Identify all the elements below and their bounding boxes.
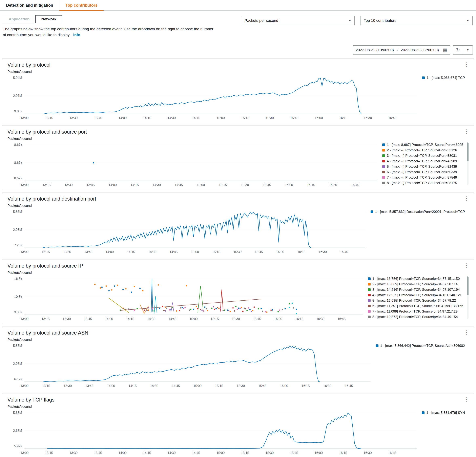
chart-legend: 1 - [max: 8,667] Protocol=TCP, SourcePor… bbox=[378, 141, 468, 186]
legend-item[interactable]: 1 - [max: 5,936,674] TCP bbox=[422, 75, 465, 81]
svg-text:13:30: 13:30 bbox=[64, 183, 73, 187]
svg-text:5.94M: 5.94M bbox=[13, 76, 22, 80]
chart-row: 5.94M2.97M9.00k13:0013:1513:3013:4514:00… bbox=[8, 74, 468, 121]
contributor-count-select[interactable]: Top 10 contributors ▼ bbox=[360, 16, 473, 25]
chart-plot-area[interactable]: 5.86M2.93M7.25k13:0013:1513:3013:4514:00… bbox=[8, 208, 366, 255]
chart-row: 8.67k8.67k8.67k13:0013:1513:3013:4514:00… bbox=[8, 141, 468, 188]
svg-text:15:30: 15:30 bbox=[233, 250, 242, 254]
legend-label: 1 - [max: 5,866,442] Protocol=TCP, Sourc… bbox=[380, 343, 465, 349]
svg-text:14:15: 14:15 bbox=[131, 183, 139, 187]
legend-swatch-icon bbox=[368, 283, 371, 285]
legend-label: 1 - [max: 5,331,679] SYN bbox=[426, 410, 465, 415]
legend-swatch-icon bbox=[382, 154, 385, 157]
legend-scrollbar[interactable] bbox=[467, 142, 468, 185]
chart-legend: 1 - [max: 5,866,442] Protocol=TCP, Sourc… bbox=[372, 342, 468, 349]
network-toggle-button[interactable]: Network bbox=[35, 15, 62, 23]
kebab-menu-button[interactable]: ⋮ bbox=[462, 195, 471, 202]
legend-swatch-icon bbox=[422, 76, 425, 79]
chart-plot-area[interactable]: 5.94M2.97M9.00k13:0013:1513:3013:4514:00… bbox=[8, 74, 418, 121]
legend-label: 2 - [max: --] Protocol=TCP, SourcePort=5… bbox=[387, 148, 457, 153]
svg-text:15:00: 15:00 bbox=[217, 116, 225, 120]
chart-plot-area[interactable]: 5.33M2.67M5.92k13:0013:1513:3013:4514:00… bbox=[8, 409, 418, 456]
kebab-menu-button[interactable]: ⋮ bbox=[462, 128, 471, 135]
refresh-options-button[interactable]: ▼ bbox=[463, 46, 473, 54]
tab-detection-and-mitigation[interactable]: Detection and mitigation bbox=[0, 0, 59, 11]
kebab-menu-button[interactable]: ⋮ bbox=[462, 396, 471, 403]
svg-text:2.97M: 2.97M bbox=[13, 94, 22, 98]
chart-legend: 1 - [max: 16,756] Protocol=TCP, SourceIp… bbox=[364, 275, 468, 320]
svg-text:13:15: 13:15 bbox=[45, 451, 53, 455]
chart-row: 5.87M2.97M67.2k13:0013:1513:3013:4514:00… bbox=[8, 342, 468, 389]
legend-item[interactable]: 1 - [max: 16,756] Protocol=TCP, SourceIp… bbox=[368, 276, 463, 282]
kebab-icon: ⋮ bbox=[464, 61, 469, 67]
y-axis-label: Packets/second bbox=[8, 338, 468, 342]
tab-top-contributors[interactable]: Top contributors bbox=[59, 0, 104, 11]
legend-item[interactable]: 7 - [max: 11,099] Protocol=TCP, SourceIp… bbox=[368, 309, 463, 314]
legend-item[interactable]: 1 - [max: 5,857,832] DestinationPort=200… bbox=[371, 209, 465, 215]
date-range-picker[interactable]: 2022-08-22 (13:00:00) › 2022-08-22 (17:0… bbox=[353, 45, 450, 55]
kebab-menu-button[interactable]: ⋮ bbox=[462, 329, 471, 336]
chart-plot-area[interactable]: 8.67k8.67k8.67k13:0013:1513:3013:4514:00… bbox=[8, 141, 378, 188]
svg-text:13:15: 13:15 bbox=[42, 250, 50, 254]
legend-item[interactable]: 1 - [max: 5,331,679] SYN bbox=[422, 410, 465, 415]
svg-text:14:15: 14:15 bbox=[143, 116, 151, 120]
info-link[interactable]: Info bbox=[73, 33, 80, 37]
legend-swatch-icon bbox=[368, 294, 371, 296]
legend-item[interactable]: 3 - [max: --] Protocol=TCP, SourcePort=5… bbox=[382, 153, 463, 158]
chevron-down-icon: ▼ bbox=[467, 19, 469, 22]
legend-label: 8 - [max: 10,872] Protocol=TCP, SourceIp… bbox=[372, 314, 458, 320]
refresh-button[interactable]: ↻ bbox=[453, 46, 463, 54]
legend-label: 1 - [max: 5,857,832] DestinationPort=200… bbox=[375, 209, 465, 215]
svg-text:67.2k: 67.2k bbox=[14, 377, 22, 381]
legend-scrollbar-thumb[interactable] bbox=[467, 276, 468, 296]
svg-text:16:30: 16:30 bbox=[364, 116, 372, 120]
chart-title: Volume by protocol and source port bbox=[8, 129, 468, 135]
svg-text:14:15: 14:15 bbox=[126, 317, 134, 321]
legend-item[interactable]: 1 - [max: 5,866,442] Protocol=TCP, Sourc… bbox=[376, 343, 465, 349]
y-axis-label: Packets/second bbox=[8, 204, 468, 208]
legend-item[interactable]: 2 - [max: --] Protocol=TCP, SourcePort=5… bbox=[382, 148, 463, 153]
legend-item[interactable]: 6 - [max: --] Protocol=TCP, SourcePort=6… bbox=[382, 169, 463, 175]
svg-text:14:00: 14:00 bbox=[106, 250, 114, 254]
kebab-menu-button[interactable]: ⋮ bbox=[462, 61, 471, 68]
legend-item[interactable]: 8 - [max: 10,872] Protocol=TCP, SourceIp… bbox=[368, 314, 463, 320]
legend-label: 1 - [max: 16,756] Protocol=TCP, SourceIp… bbox=[372, 276, 460, 282]
svg-text:7.25k: 7.25k bbox=[14, 243, 22, 247]
legend-item[interactable]: 2 - [max: 15,069] Protocol=TCP, SourceIp… bbox=[368, 282, 463, 287]
svg-text:13:45: 13:45 bbox=[87, 183, 95, 187]
view-toggle: Application Network bbox=[3, 15, 62, 23]
kebab-menu-button[interactable]: ⋮ bbox=[462, 262, 471, 269]
svg-text:16:00: 16:00 bbox=[315, 116, 323, 120]
legend-item[interactable]: 5 - [max: 12,635] Protocol=TCP, SourceIp… bbox=[368, 298, 463, 303]
svg-text:15:15: 15:15 bbox=[212, 250, 220, 254]
svg-text:14:45: 14:45 bbox=[192, 451, 200, 455]
svg-text:15:30: 15:30 bbox=[237, 384, 245, 388]
controls-section: Application Network The graphs below sho… bbox=[0, 11, 476, 42]
svg-text:14:30: 14:30 bbox=[147, 317, 155, 321]
legend-item[interactable]: 1 - [max: 8,667] Protocol=TCP, SourcePor… bbox=[382, 142, 463, 148]
metric-select[interactable]: Packets per second ▼ bbox=[241, 16, 355, 25]
legend-item[interactable]: 5 - [max: --] Protocol=TCP, SourcePort=5… bbox=[382, 164, 463, 169]
legend-scrollbar-thumb[interactable] bbox=[467, 142, 468, 162]
legend-item[interactable]: 4 - [max: --] Protocol=TCP, SourcePort=4… bbox=[382, 158, 463, 164]
svg-text:16:15: 16:15 bbox=[297, 250, 305, 254]
legend-item[interactable]: 8 - [max: --] Protocol=TCP, SourcePort=5… bbox=[382, 180, 463, 186]
legend-item[interactable]: 6 - [max: 11,251] Protocol=TCP, SourceIp… bbox=[368, 303, 463, 309]
svg-text:16:15: 16:15 bbox=[339, 451, 347, 455]
svg-text:15:15: 15:15 bbox=[215, 384, 223, 388]
legend-item[interactable]: 4 - [max: 12,925] Protocol=TCP, SourceIp… bbox=[368, 292, 463, 298]
svg-text:2.97M: 2.97M bbox=[13, 362, 22, 366]
chart-title: Volume by protocol bbox=[8, 62, 468, 68]
contributor-count-value: Top 10 contributors bbox=[364, 18, 396, 23]
chart-plot-area[interactable]: 16.8k10.3k3.83k13:0013:1513:3013:4514:00… bbox=[8, 275, 364, 322]
refresh-split-button: ↻ ▼ bbox=[453, 45, 473, 55]
svg-text:15:45: 15:45 bbox=[258, 384, 266, 388]
svg-text:13:15: 13:15 bbox=[42, 384, 50, 388]
chart-plot-area[interactable]: 5.87M2.97M67.2k13:0013:1513:3013:4514:00… bbox=[8, 342, 372, 389]
svg-text:14:15: 14:15 bbox=[143, 451, 151, 455]
legend-item[interactable]: 7 - [max: --] Protocol=TCP, SourcePort=5… bbox=[382, 175, 463, 180]
application-toggle-button[interactable]: Application bbox=[3, 15, 35, 23]
legend-scrollbar[interactable] bbox=[467, 276, 468, 319]
legend-item[interactable]: 3 - [max: 14,216] Protocol=TCP, SourceIp… bbox=[368, 287, 463, 292]
chart-row: 5.33M2.67M5.92k13:0013:1513:3013:4514:00… bbox=[8, 409, 468, 456]
